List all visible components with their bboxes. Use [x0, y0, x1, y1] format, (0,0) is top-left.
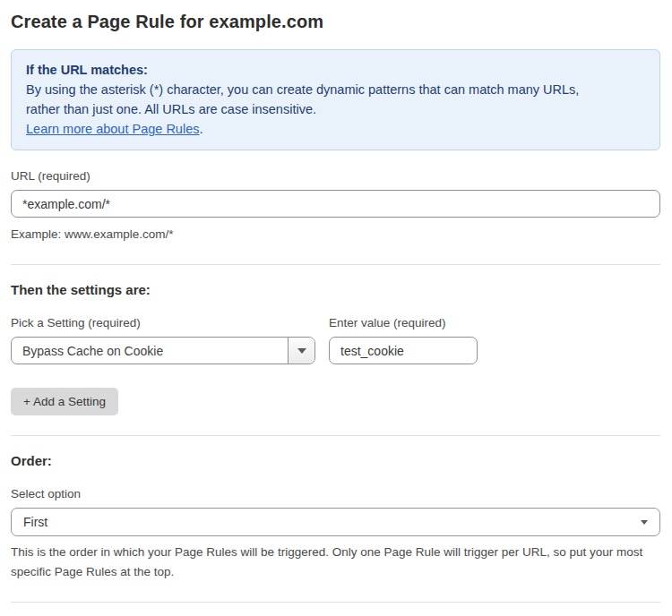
settings-section-heading: Then the settings are: — [11, 282, 660, 297]
order-select[interactable]: First — [11, 508, 660, 536]
setting-value-input[interactable] — [329, 337, 478, 364]
pick-setting-label: Pick a Setting (required) — [11, 316, 315, 329]
url-input[interactable] — [11, 190, 660, 218]
section-divider — [11, 602, 660, 603]
settings-row: Pick a Setting (required) Bypass Cache o… — [11, 297, 660, 364]
url-match-info-box: If the URL matches: By using the asteris… — [11, 49, 660, 150]
info-box-body: By using the asterisk (*) character, you… — [26, 80, 616, 119]
create-page-rule-panel: Create a Page Rule for example.com If th… — [0, 0, 672, 616]
learn-more-link[interactable]: Learn more about Page Rules — [26, 122, 199, 136]
url-example-text: Example: www.example.com/* — [11, 225, 660, 244]
order-help-text: This is the order in which your Page Rul… — [11, 543, 660, 582]
chevron-down-icon — [641, 520, 648, 525]
add-setting-button[interactable]: + Add a Setting — [11, 388, 118, 415]
enter-value-column: Enter value (required) — [329, 297, 478, 364]
learn-more-period: . — [199, 122, 202, 136]
enter-value-label: Enter value (required) — [329, 316, 478, 329]
setting-select[interactable]: Bypass Cache on Cookie — [11, 337, 315, 364]
setting-select-value: Bypass Cache on Cookie — [12, 338, 288, 364]
chevron-down-icon — [297, 348, 306, 354]
section-divider — [11, 264, 660, 265]
pick-setting-column: Pick a Setting (required) Bypass Cache o… — [11, 297, 315, 364]
order-section-heading: Order: — [11, 453, 660, 468]
page-title: Create a Page Rule for example.com — [11, 12, 660, 32]
info-box-heading: If the URL matches: — [26, 60, 645, 80]
order-select-value: First — [23, 515, 47, 529]
info-link-line: Learn more about Page Rules. — [26, 119, 645, 139]
section-divider — [11, 435, 660, 436]
setting-select-arrow-button[interactable] — [288, 338, 314, 364]
url-label: URL (required) — [11, 169, 660, 183]
order-select-label: Select option — [11, 487, 660, 500]
